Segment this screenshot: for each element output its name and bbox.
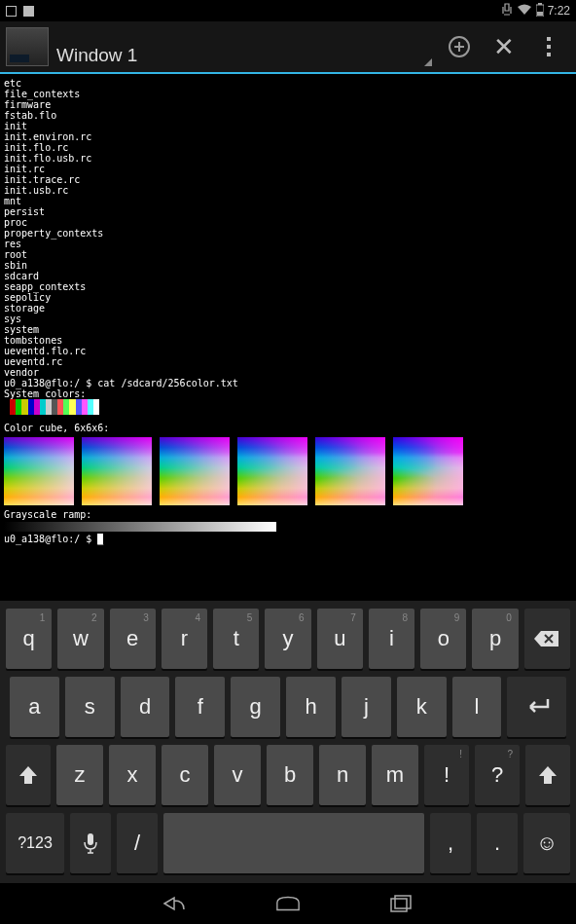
- key-voice[interactable]: [70, 813, 111, 873]
- recents-button[interactable]: [388, 892, 414, 915]
- key-w[interactable]: 2w: [57, 609, 103, 669]
- enter-icon: [522, 697, 552, 717]
- key-emoji[interactable]: ☺: [523, 813, 570, 873]
- key-c[interactable]: c: [162, 745, 208, 805]
- terminal-line: fstab.flo: [4, 110, 572, 121]
- terminal-prompt: u0_a138@flo:/ $ _: [4, 534, 572, 544]
- terminal-line: init.flo.usb.rc: [4, 153, 572, 164]
- plus-circle-icon: [449, 36, 470, 57]
- key-slash[interactable]: /: [117, 813, 158, 873]
- terminal-line: init.usb.rc: [4, 185, 572, 196]
- shift-icon: [18, 764, 39, 786]
- key-b[interactable]: b: [267, 745, 313, 805]
- terminal-line: ueventd.flo.rc: [4, 346, 572, 356]
- terminal-line: tombstones: [4, 335, 572, 346]
- key-m[interactable]: m: [372, 745, 418, 805]
- key-i[interactable]: 8i: [369, 609, 414, 669]
- soft-keyboard: 1q2w3e4r5t6y7u8i9o0p asdfghjkl zxcvbnm!!…: [0, 601, 576, 883]
- key-y[interactable]: 6y: [265, 609, 310, 669]
- key-f[interactable]: f: [175, 677, 225, 737]
- terminal-line: persist: [4, 206, 572, 217]
- window-title: Window 1: [56, 45, 137, 66]
- key-r[interactable]: 4r: [162, 609, 207, 669]
- key-shift-left[interactable]: [6, 745, 51, 805]
- terminal-line: sdcard: [4, 271, 572, 281]
- vibrate-icon: [501, 3, 513, 19]
- key-v[interactable]: v: [214, 745, 261, 805]
- wifi-icon: [517, 4, 532, 18]
- clock: 7:22: [548, 4, 570, 18]
- key-backspace[interactable]: [524, 609, 570, 669]
- key-![interactable]: !!: [424, 745, 469, 805]
- smile-icon: ☺: [536, 831, 558, 856]
- terminal-line: mnt: [4, 196, 572, 206]
- overflow-menu-button[interactable]: [535, 33, 562, 60]
- terminal-line: init.rc: [4, 164, 572, 174]
- terminal-label: Color cube, 6x6x6:: [4, 423, 572, 433]
- key-space[interactable]: [163, 813, 424, 873]
- recents-icon: [390, 895, 412, 912]
- terminal-line: init.trace.rc: [4, 174, 572, 185]
- key-t[interactable]: 5t: [213, 609, 259, 669]
- key-k[interactable]: k: [397, 677, 447, 737]
- terminal-line: init.environ.rc: [4, 131, 572, 142]
- key-j[interactable]: j: [342, 677, 391, 737]
- terminal-line: vendor: [4, 367, 572, 378]
- terminal-output[interactable]: etcfile_contextsfirmwarefstab.floinitini…: [0, 74, 576, 578]
- home-icon: [275, 895, 301, 912]
- key-enter[interactable]: [507, 677, 566, 737]
- terminal-line: etc: [4, 78, 572, 89]
- terminal-line: init.flo.rc: [4, 142, 572, 153]
- key-s[interactable]: s: [65, 677, 115, 737]
- terminal-line: root: [4, 249, 572, 260]
- key-o[interactable]: 9o: [420, 609, 466, 669]
- key-period[interactable]: .: [477, 813, 518, 873]
- key-u[interactable]: 7u: [317, 609, 363, 669]
- grayscale-ramp: [4, 522, 276, 532]
- terminal-line: ueventd.rc: [4, 356, 572, 367]
- recent-app-icon: [22, 5, 35, 18]
- terminal-label: System colors:: [4, 388, 572, 399]
- app-icon[interactable]: [6, 27, 49, 66]
- svg-rect-4: [391, 899, 407, 911]
- terminal-line: init: [4, 121, 572, 131]
- back-button[interactable]: [162, 892, 188, 915]
- key-a[interactable]: a: [10, 677, 59, 737]
- window-spinner[interactable]: Window 1: [56, 21, 438, 72]
- close-icon: ✕: [493, 32, 515, 62]
- key-x[interactable]: x: [109, 745, 156, 805]
- close-window-button[interactable]: ✕: [490, 33, 518, 60]
- key-l[interactable]: l: [452, 677, 502, 737]
- key-h[interactable]: h: [286, 677, 336, 737]
- battery-icon: [536, 3, 544, 19]
- key-symbols[interactable]: ?123: [6, 813, 64, 873]
- key-comma[interactable]: ,: [430, 813, 471, 873]
- mic-icon: [82, 832, 99, 854]
- key-q[interactable]: 1q: [6, 609, 52, 669]
- backspace-icon: [533, 629, 560, 648]
- key-p[interactable]: 0p: [472, 609, 518, 669]
- key-?[interactable]: ??: [475, 745, 520, 805]
- terminal-line: sbin: [4, 260, 572, 271]
- system-nav-bar: [0, 883, 576, 924]
- terminal-line: sys: [4, 314, 572, 324]
- key-e[interactable]: 3e: [110, 609, 156, 669]
- svg-rect-1: [538, 3, 542, 5]
- key-d[interactable]: d: [121, 677, 170, 737]
- svg-rect-3: [88, 833, 93, 845]
- terminal-line: firmware: [4, 99, 572, 110]
- status-bar: 7:22: [0, 0, 576, 21]
- key-shift-right[interactable]: [525, 745, 570, 805]
- system-colors-swatch: [4, 399, 99, 415]
- svg-rect-2: [537, 12, 543, 16]
- key-z[interactable]: z: [56, 745, 103, 805]
- terminal-line: sepolicy: [4, 292, 572, 303]
- key-g[interactable]: g: [231, 677, 280, 737]
- terminal-label: Grayscale ramp:: [4, 509, 572, 520]
- home-button[interactable]: [275, 892, 301, 915]
- spinner-triangle-icon: [424, 58, 432, 66]
- key-n[interactable]: n: [319, 745, 366, 805]
- color-cube-row: [4, 437, 572, 505]
- add-window-button[interactable]: [446, 33, 473, 60]
- shift-icon: [537, 764, 558, 786]
